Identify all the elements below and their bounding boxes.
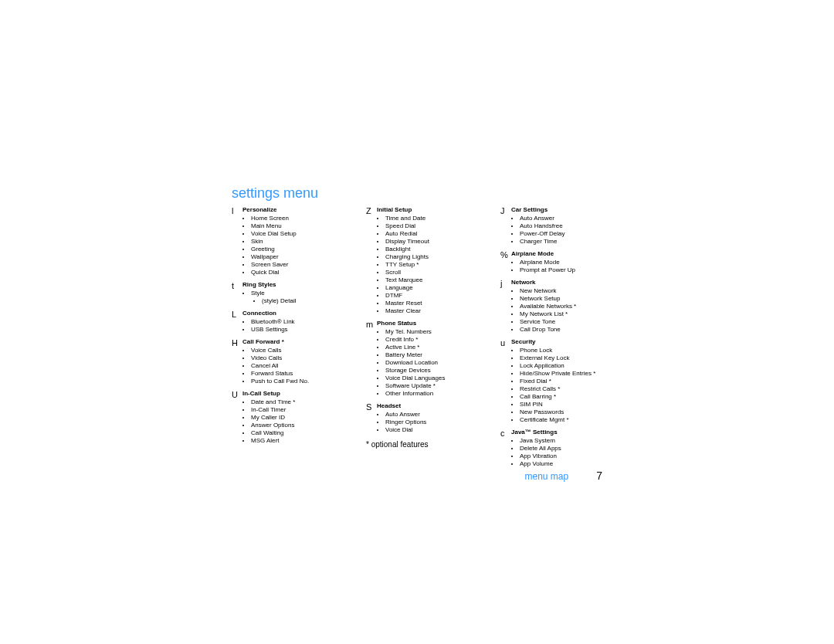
list-item: Bluetooth® Link xyxy=(251,318,355,326)
list-item: Speed Dial xyxy=(385,222,490,230)
section-title: Car Settings xyxy=(511,206,624,214)
list-item: Call Waiting xyxy=(251,429,355,437)
section-body: Call Forward *Voice CallsVideo CallsCanc… xyxy=(242,338,355,385)
sub-items: (style) Detail xyxy=(262,297,355,305)
list-item: My Network List * xyxy=(520,310,624,318)
list-item: Auto Handsfree xyxy=(520,222,624,230)
column: JCar SettingsAuto AnswerAuto HandsfreePo… xyxy=(500,206,624,473)
section-symbol: Z xyxy=(366,206,377,315)
section-body: PersonalizeHome ScreenMain MenuVoice Dia… xyxy=(242,206,355,276)
section-body: SecurityPhone LockExternal Key LockLock … xyxy=(511,338,624,424)
list-item: Date and Time * xyxy=(251,398,355,406)
list-item: Auto Redial xyxy=(385,230,490,238)
list-item: Call Drop Tone xyxy=(520,326,624,334)
section-title: Ring Styles xyxy=(242,281,355,289)
section: tRing StylesStyle(style) Detail xyxy=(232,281,355,305)
list-item: Scroll xyxy=(385,269,490,276)
section-items: Java SystemDelete All AppsApp VibrationA… xyxy=(520,437,624,468)
section: SHeadsetAuto AnswerRinger OptionsVoice D… xyxy=(366,402,490,434)
list-item: Cancel All xyxy=(251,362,355,370)
list-item: Language xyxy=(385,284,490,292)
list-item: Restrict Calls * xyxy=(520,385,624,393)
list-item: Push to Call Fwd No. xyxy=(251,378,355,385)
section-symbol: l xyxy=(232,206,242,276)
list-item: MSG Alert xyxy=(251,437,355,445)
page-title: settings menu xyxy=(232,185,803,202)
list-item: (style) Detail xyxy=(262,297,355,305)
list-item: Charging Lights xyxy=(385,253,490,261)
section-symbol: u xyxy=(500,338,511,424)
list-item: External Key Lock xyxy=(520,354,624,362)
section: jNetworkNew NetworkNetwork SetupAvailabl… xyxy=(500,279,624,334)
section-title: Airplane Mode xyxy=(511,250,624,258)
list-item: Screen Saver xyxy=(251,261,355,269)
list-item: Network Setup xyxy=(520,295,624,303)
section: ZInitial SetupTime and DateSpeed DialAut… xyxy=(366,206,490,315)
section-body: Airplane ModeAirplane ModePrompt at Powe… xyxy=(511,250,624,274)
section-title: Security xyxy=(511,338,624,346)
footnote-optional-features: * optional features xyxy=(366,440,490,450)
section-items: Home ScreenMain MenuVoice Dial SetupSkin… xyxy=(251,215,355,276)
list-item: Forward Status xyxy=(251,370,355,378)
section: UIn-Call SetupDate and Time *In-Call Tim… xyxy=(232,390,355,445)
section-symbol: U xyxy=(232,390,242,445)
list-item: Display Timeout xyxy=(385,238,490,246)
footer-label: menu map xyxy=(525,471,569,482)
list-item: App Volume xyxy=(520,460,624,468)
section-title: Personalize xyxy=(242,206,355,214)
section-title: In-Call Setup xyxy=(242,390,355,398)
list-item: Voice Dial Setup xyxy=(251,230,355,238)
list-item: Certificate Mgmt * xyxy=(520,416,624,424)
section-body: In-Call SetupDate and Time *In-Call Time… xyxy=(242,390,355,445)
section-title: Headset xyxy=(377,402,490,410)
list-item: DTMF xyxy=(385,292,490,300)
list-item: Auto Answer xyxy=(520,215,624,222)
list-item: Greeting xyxy=(251,246,355,253)
section-items: Bluetooth® LinkUSB Settings xyxy=(251,318,355,334)
list-item: Text Marquee xyxy=(385,276,490,284)
list-item: Home Screen xyxy=(251,215,355,222)
document-page: settings menu lPersonalizeHome ScreenMai… xyxy=(0,0,834,644)
list-item: Available Networks * xyxy=(520,303,624,310)
list-item: Airplane Mode xyxy=(520,259,624,266)
section-body: Java™ SettingsJava SystemDelete All Apps… xyxy=(511,429,624,468)
section-items: Auto AnswerRinger OptionsVoice Dial xyxy=(385,411,490,434)
section-title: Java™ Settings xyxy=(511,429,624,436)
list-item: Storage Devices xyxy=(385,367,490,375)
list-item: Active Line * xyxy=(385,344,490,351)
section-symbol: % xyxy=(500,250,511,274)
section-symbol: c xyxy=(500,429,511,468)
section-title: Initial Setup xyxy=(377,206,490,214)
list-item: Power-Off Delay xyxy=(520,230,624,238)
list-item: Video Calls xyxy=(251,354,355,362)
list-item: My Tel. Numbers xyxy=(385,328,490,336)
section-items: New NetworkNetwork SetupAvailable Networ… xyxy=(520,287,624,334)
section-items: My Tel. NumbersCredit Info *Active Line … xyxy=(385,328,490,398)
section-items: Style(style) Detail xyxy=(251,290,355,305)
section-symbol: H xyxy=(232,338,242,385)
section-body: Car SettingsAuto AnswerAuto HandsfreePow… xyxy=(511,206,624,246)
section: cJava™ SettingsJava SystemDelete All App… xyxy=(500,429,624,468)
list-item: Voice Dial xyxy=(385,426,490,434)
list-item: TTY Setup * xyxy=(385,261,490,269)
list-item: Voice Calls xyxy=(251,347,355,354)
section-body: NetworkNew NetworkNetwork SetupAvailable… xyxy=(511,279,624,334)
section-symbol: S xyxy=(366,402,377,434)
section-title: Connection xyxy=(242,310,355,317)
settings-columns: lPersonalizeHome ScreenMain MenuVoice Di… xyxy=(232,206,803,473)
list-item: Answer Options xyxy=(251,422,355,429)
section-symbol: j xyxy=(500,279,511,334)
list-item: Prompt at Power Up xyxy=(520,266,624,274)
list-item: Java System xyxy=(520,437,624,445)
section: uSecurityPhone LockExternal Key LockLock… xyxy=(500,338,624,424)
section: HCall Forward *Voice CallsVideo CallsCan… xyxy=(232,338,355,385)
list-item: Skin xyxy=(251,238,355,246)
section-items: Phone LockExternal Key LockLock Applicat… xyxy=(520,347,624,424)
list-item: New Network xyxy=(520,287,624,295)
section-items: Date and Time *In-Call TimerMy Caller ID… xyxy=(251,398,355,445)
section-symbol: m xyxy=(366,320,377,398)
list-item: Master Clear xyxy=(385,307,490,315)
list-item: Backlight xyxy=(385,246,490,253)
list-item: App Vibration xyxy=(520,452,624,460)
list-item: Voice Dial Languages xyxy=(385,375,490,382)
